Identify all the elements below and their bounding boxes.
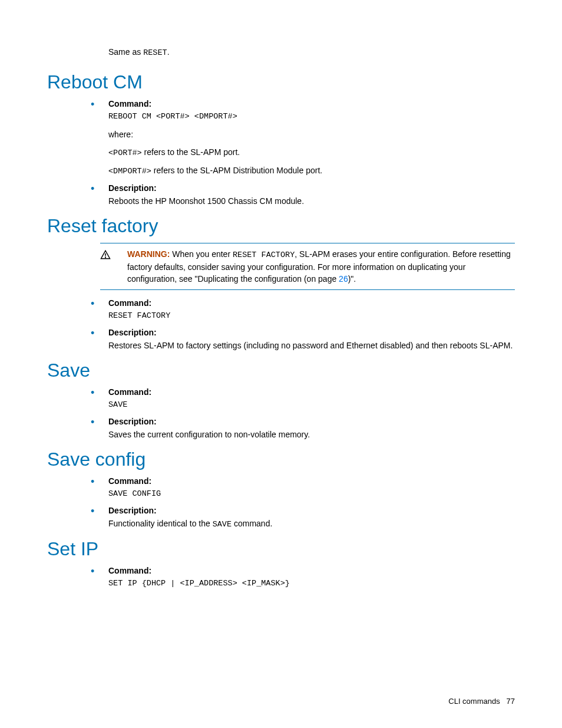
heading-save: Save xyxy=(47,360,515,381)
description-text: Functionality identical to the SAVE comm… xyxy=(108,518,515,531)
heading-reset-factory: Reset factory xyxy=(47,215,515,237)
heading-save-config: Save config xyxy=(47,449,515,470)
text: refers to the SL-APM Distribution Module… xyxy=(151,166,322,175)
heading-set-ip: Set IP xyxy=(47,538,515,560)
warning-callout: WARNING: When you enter RESET FACTORY, S… xyxy=(100,243,515,290)
code-port: <PORT#> xyxy=(108,149,142,157)
command-label: Command: xyxy=(108,99,515,108)
where-text: where: xyxy=(108,129,515,140)
text: Same as xyxy=(108,47,143,57)
heading-reboot-cm: Reboot CM xyxy=(47,71,515,93)
list-item: Description: Restores SL-APM to factory … xyxy=(86,328,515,351)
footer-label: CLI commands xyxy=(448,697,500,706)
description-label: Description: xyxy=(108,506,515,515)
command-syntax: SAVE xyxy=(108,399,515,411)
list-save: Command: SAVE Description: Saves the cur… xyxy=(86,387,515,440)
list-reset-factory: Command: RESET FACTORY Description: Rest… xyxy=(86,298,515,351)
list-item: Description: Functionality identical to … xyxy=(86,506,515,531)
text: command. xyxy=(232,519,272,528)
list-item: Command: SAVE CONFIG xyxy=(86,476,515,500)
description-text: Saves the current configuration to non-v… xyxy=(108,429,515,440)
command-label: Command: xyxy=(108,566,515,575)
code-reset: RESET xyxy=(143,48,167,57)
text: Functionality identical to the xyxy=(108,519,213,528)
page-footer: CLI commands 77 xyxy=(448,697,515,706)
text: . xyxy=(167,47,170,57)
command-syntax: SET IP {DHCP | <IP_ADDRESS> <IP_MASK>} xyxy=(108,578,515,589)
command-syntax: SAVE CONFIG xyxy=(108,488,515,500)
command-label: Command: xyxy=(108,387,515,397)
list-reboot-cm: Command: REBOOT CM <PORT#> <DMPORT#> whe… xyxy=(86,99,515,207)
description-text: Reboots the HP Moonshot 1500 Chassis CM … xyxy=(108,195,515,207)
list-set-ip: Command: SET IP {DHCP | <IP_ADDRESS> <IP… xyxy=(86,566,515,589)
page-number: 77 xyxy=(507,697,515,706)
text: refers to the SL-APM port. xyxy=(142,147,240,157)
list-item: Description: Reboots the HP Moonshot 150… xyxy=(86,183,515,207)
command-syntax: REBOOT CM <PORT#> <DMPORT#> xyxy=(108,111,515,123)
description-text: Restores SL-APM to factory settings (inc… xyxy=(108,340,515,351)
code-dmport: <DMPORT#> xyxy=(108,167,151,176)
list-item: Command: SAVE xyxy=(86,387,515,411)
description-label: Description: xyxy=(108,183,515,193)
warning-label: WARNING: xyxy=(127,249,170,259)
description-label: Description: xyxy=(108,417,515,426)
code-reset-factory: RESET FACTORY xyxy=(233,251,295,259)
document-page: Same as RESET. Reboot CM Command: REBOOT… xyxy=(0,0,562,728)
list-save-config: Command: SAVE CONFIG Description: Functi… xyxy=(86,476,515,530)
page-link-26[interactable]: 26 xyxy=(339,274,348,284)
dmport-desc: <DMPORT#> refers to the SL-APM Distribut… xyxy=(108,164,515,177)
description-label: Description: xyxy=(108,328,515,337)
list-item: Description: Saves the current configura… xyxy=(86,417,515,440)
command-syntax: RESET FACTORY xyxy=(108,310,515,322)
code-save: SAVE xyxy=(213,520,232,529)
port-desc: <PORT#> refers to the SL-APM port. xyxy=(108,146,515,159)
warning-text: WARNING: When you enter RESET FACTORY, S… xyxy=(127,248,513,285)
svg-point-1 xyxy=(105,257,106,258)
list-item: Command: RESET FACTORY xyxy=(86,298,515,322)
command-label: Command: xyxy=(108,298,515,308)
list-item: Command: REBOOT CM <PORT#> <DMPORT#> whe… xyxy=(86,99,515,177)
text: )". xyxy=(348,274,356,284)
warning-icon xyxy=(100,248,127,260)
list-item: Command: SET IP {DHCP | <IP_ADDRESS> <IP… xyxy=(86,566,515,589)
command-label: Command: xyxy=(108,476,515,486)
intro-text: Same as RESET. xyxy=(108,47,515,57)
text: When you enter xyxy=(170,249,233,259)
